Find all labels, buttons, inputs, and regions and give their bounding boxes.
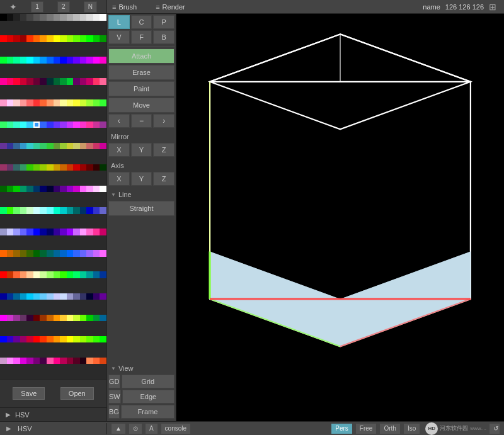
color-cell[interactable] (33, 250, 40, 257)
pers-btn[interactable]: Pers (331, 423, 353, 434)
color-cell[interactable] (93, 99, 100, 106)
color-cell[interactable] (33, 358, 40, 364)
color-cell[interactable] (20, 229, 27, 235)
sw-btn[interactable]: SW (108, 390, 121, 404)
color-cell[interactable] (7, 121, 14, 128)
color-cell[interactable] (80, 121, 87, 128)
viewport[interactable] (176, 14, 504, 421)
color-cell[interactable] (73, 271, 80, 278)
mirror-y[interactable]: Y (131, 143, 152, 157)
color-cell[interactable] (54, 35, 60, 42)
color-cell[interactable] (100, 250, 106, 257)
color-cell[interactable] (47, 293, 54, 300)
color-cell[interactable] (13, 229, 20, 235)
color-cell[interactable] (40, 121, 47, 128)
color-cell[interactable] (13, 78, 20, 85)
color-cell[interactable] (86, 229, 93, 235)
btn-p[interactable]: P (153, 15, 175, 29)
color-cell[interactable] (60, 78, 67, 85)
color-cell[interactable] (0, 99, 7, 106)
color-cell[interactable] (26, 14, 33, 21)
color-cell[interactable] (54, 186, 60, 193)
nav-minus[interactable]: − (131, 114, 152, 128)
color-cell[interactable] (26, 271, 33, 278)
color-cell[interactable] (73, 293, 80, 300)
color-cell[interactable] (100, 121, 106, 128)
color-cell[interactable] (67, 271, 74, 278)
color-cell[interactable] (33, 315, 40, 322)
color-cell[interactable] (7, 250, 14, 257)
color-cell[interactable] (20, 315, 27, 322)
color-cell[interactable] (26, 229, 33, 235)
color-cell[interactable] (93, 143, 100, 150)
color-cell[interactable] (47, 207, 54, 214)
color-cell[interactable] (60, 35, 67, 42)
color-cell[interactable] (93, 78, 100, 85)
color-cell[interactable] (40, 164, 47, 171)
color-cell[interactable] (7, 271, 14, 278)
color-cell[interactable] (73, 14, 80, 21)
color-cell[interactable] (80, 143, 87, 150)
color-cell[interactable] (73, 358, 80, 364)
color-cell[interactable] (73, 336, 80, 343)
mirror-x[interactable]: X (108, 143, 130, 157)
color-cell[interactable] (100, 336, 106, 343)
color-cell[interactable] (7, 143, 14, 150)
color-cell[interactable] (73, 143, 80, 150)
color-cell[interactable] (67, 293, 74, 300)
bottom-play-btn[interactable]: ▶ (3, 423, 15, 434)
color-cell[interactable] (54, 315, 60, 322)
color-cell[interactable] (13, 57, 20, 64)
color-cell[interactable] (0, 121, 7, 128)
color-cell[interactable] (93, 57, 100, 64)
color-cell[interactable] (0, 250, 7, 257)
color-cell[interactable] (80, 35, 87, 42)
color-cell[interactable] (100, 271, 106, 278)
color-cell[interactable] (67, 99, 74, 106)
color-cell[interactable] (33, 271, 40, 278)
color-cell[interactable] (93, 186, 100, 193)
color-cell[interactable] (54, 164, 60, 171)
color-cell[interactable] (80, 293, 87, 300)
nav-prev[interactable]: ‹ (108, 114, 130, 128)
color-cell[interactable] (86, 207, 93, 214)
color-cell[interactable] (60, 229, 67, 235)
color-cell[interactable] (67, 315, 74, 322)
color-cell[interactable] (20, 14, 27, 21)
color-cell[interactable] (26, 358, 33, 364)
paint-button[interactable]: Paint (108, 81, 175, 96)
color-cell[interactable] (80, 229, 87, 235)
edge-btn[interactable]: Edge (122, 390, 175, 404)
color-cell[interactable] (73, 57, 80, 64)
color-cell[interactable] (26, 207, 33, 214)
color-cell[interactable] (80, 207, 87, 214)
color-cell[interactable] (13, 315, 20, 322)
grid-icon[interactable]: ⊞ (489, 2, 496, 12)
color-cell[interactable] (26, 293, 33, 300)
color-cell[interactable] (73, 78, 80, 85)
free-btn[interactable]: Free (355, 423, 377, 434)
color-cell[interactable] (54, 293, 60, 300)
a-btn[interactable]: A (145, 423, 158, 434)
color-cell[interactable] (60, 143, 67, 150)
color-cell[interactable] (80, 186, 87, 193)
color-cell[interactable] (13, 14, 20, 21)
triangle-btn[interactable]: ▲ (111, 423, 126, 434)
color-cell[interactable] (86, 14, 93, 21)
color-cell[interactable] (20, 271, 27, 278)
color-cell[interactable] (73, 315, 80, 322)
color-cell[interactable] (54, 78, 60, 85)
color-cell[interactable] (60, 271, 67, 278)
color-cell[interactable] (26, 99, 33, 106)
color-cell[interactable] (33, 78, 40, 85)
color-cell[interactable] (73, 99, 80, 106)
color-cell[interactable] (93, 336, 100, 343)
color-cell[interactable] (47, 229, 54, 235)
btn-c[interactable]: C (131, 15, 152, 29)
color-cell[interactable] (60, 99, 67, 106)
play-button[interactable]: ▶ (4, 410, 13, 419)
color-cell[interactable] (86, 121, 93, 128)
color-cell[interactable] (0, 207, 7, 214)
color-cell[interactable] (13, 271, 20, 278)
color-cell[interactable] (86, 315, 93, 322)
